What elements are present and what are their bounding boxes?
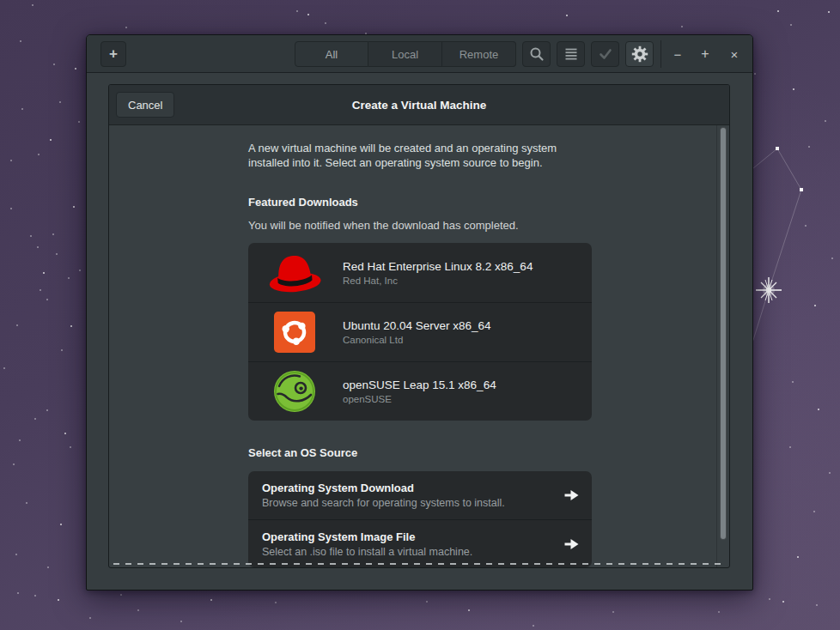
redhat-logo-icon xyxy=(267,251,322,294)
list-item-opensuse[interactable]: openSUSE Leap 15.1 x86_64 openSUSE xyxy=(248,361,592,421)
intro-text: A new virtual machine will be created an… xyxy=(248,141,575,170)
os-name: Red Hat Enterprise Linux 8.2 x86_64 xyxy=(343,260,533,273)
option-subtitle: Browse and search for operating systems … xyxy=(262,497,505,509)
scrollbar-track[interactable] xyxy=(716,125,729,567)
os-download-option[interactable]: Operating System Download Browse and sea… xyxy=(248,471,592,519)
dialog-body: A new virtual machine will be created an… xyxy=(109,125,729,567)
search-icon xyxy=(529,46,545,62)
scroll-undershoot-indicator xyxy=(113,563,725,565)
option-title: Operating System Download xyxy=(262,482,505,494)
checkmark-icon xyxy=(598,46,613,62)
minimize-button[interactable]: − xyxy=(665,35,691,73)
create-vm-dialog: Create a Virtual Machine Cancel A new vi… xyxy=(108,84,730,568)
option-title: Operating System Image File xyxy=(262,530,472,543)
settings-button[interactable] xyxy=(625,41,654,67)
arrow-right-icon xyxy=(563,538,580,550)
download-note: You will be notified when the download h… xyxy=(248,219,519,232)
ubuntu-logo-icon xyxy=(274,312,315,353)
list-item-ubuntu[interactable]: Ubuntu 20.04 Server x86_64 Canonical Ltd xyxy=(248,302,592,361)
os-vendor: openSUSE xyxy=(343,394,496,404)
option-subtitle: Select an .iso file to install a virtual… xyxy=(262,546,472,558)
os-image-file-option[interactable]: Operating System Image File Select an .i… xyxy=(248,519,592,567)
os-name: Ubuntu 20.04 Server x86_64 xyxy=(343,319,491,332)
gear-icon xyxy=(631,45,648,63)
maximize-button[interactable]: + xyxy=(692,35,718,73)
filter-all-button[interactable]: All xyxy=(295,41,368,67)
filter-remote-button[interactable]: Remote xyxy=(442,41,516,67)
cancel-button[interactable]: Cancel xyxy=(116,92,174,118)
featured-downloads-list: Red Hat Enterprise Linux 8.2 x86_64 Red … xyxy=(248,243,592,421)
dialog-header: Create a Virtual Machine Cancel xyxy=(109,85,729,125)
list-view-button[interactable] xyxy=(557,41,585,67)
collection-filter-group: All Local Remote xyxy=(295,41,516,67)
new-vm-button[interactable]: + xyxy=(100,41,126,67)
os-vendor: Red Hat, Inc xyxy=(343,276,533,286)
list-icon xyxy=(563,46,579,62)
list-item-rhel[interactable]: Red Hat Enterprise Linux 8.2 x86_64 Red … xyxy=(248,243,592,302)
selection-mode-button[interactable] xyxy=(591,41,619,67)
close-button[interactable]: × xyxy=(721,35,747,73)
scrollbar-thumb[interactable] xyxy=(720,127,727,540)
featured-downloads-heading: Featured Downloads xyxy=(248,196,358,209)
toolbar-separator xyxy=(660,40,661,68)
arrow-right-icon xyxy=(563,489,580,501)
opensuse-logo-icon xyxy=(273,370,316,413)
dialog-title: Create a Virtual Machine xyxy=(109,85,729,125)
os-source-heading: Select an OS Source xyxy=(248,446,357,459)
sparkle-star xyxy=(756,277,782,303)
main-toolbar: + All Local Remote xyxy=(87,35,752,73)
os-vendor: Canonical Ltd xyxy=(343,335,491,345)
boxes-window: + All Local Remote xyxy=(86,34,753,591)
filter-local-button[interactable]: Local xyxy=(368,41,442,67)
os-source-list: Operating System Download Browse and sea… xyxy=(248,471,592,567)
os-name: openSUSE Leap 15.1 x86_64 xyxy=(343,379,496,391)
search-button[interactable] xyxy=(522,41,551,67)
